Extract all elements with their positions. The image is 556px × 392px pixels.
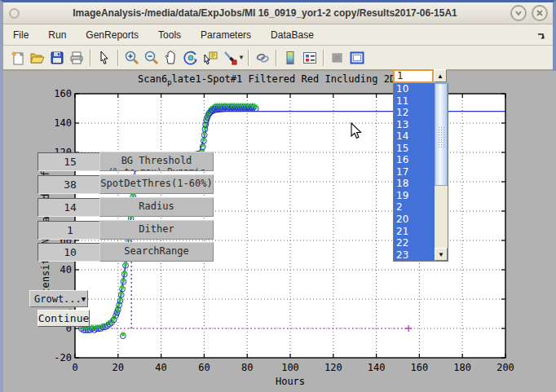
zoom-out-icon[interactable] — [142, 49, 161, 67]
window-title: ImageAnalysis-/media/data/ExpJobs/MI 16_… — [22, 7, 508, 19]
menu-run[interactable]: Run — [48, 29, 66, 41]
dropdown-item[interactable]: 2 — [394, 201, 435, 214]
scrollbar[interactable]: ▼ — [435, 83, 448, 261]
brush-caret-icon[interactable]: ▼ — [238, 54, 245, 61]
dropdown-item[interactable]: 13 — [394, 119, 435, 131]
dropdown-item[interactable]: 18 — [394, 178, 435, 190]
legend-icon[interactable] — [300, 49, 320, 67]
radius-input[interactable]: 14 — [38, 198, 103, 217]
rotate-3d-icon[interactable] — [181, 49, 201, 67]
cursor-tool-icon[interactable] — [95, 49, 114, 67]
dock-window-icon[interactable] — [347, 49, 367, 67]
svg-text:tensit: tensit — [40, 258, 51, 293]
menu-parameters[interactable]: Parameters — [201, 29, 251, 41]
spot-number-value[interactable]: 1 — [393, 69, 434, 83]
dropdown-item[interactable]: 14 — [394, 130, 435, 143]
svg-text:40: 40 — [60, 264, 72, 275]
chevron-down-icon: ▼ — [82, 295, 86, 303]
svg-text:60: 60 — [198, 362, 210, 373]
app-window: ImageAnalysis-/media/data/ExpJobs/MI 16_… — [0, 0, 556, 392]
spotdetthres-input[interactable]: 38 — [38, 175, 103, 194]
menu-file[interactable]: File — [13, 29, 29, 41]
menu-tools[interactable]: Tools — [158, 29, 181, 41]
bg-threshold-label[interactable]: BG Threshold(% to max) Dynamic — [99, 152, 214, 171]
link-plots-icon[interactable] — [253, 49, 272, 67]
window-menu-icon[interactable] — [9, 8, 20, 19]
dither-label[interactable]: Dither — [99, 220, 214, 240]
svg-text:160: 160 — [54, 88, 72, 99]
growth-model-dropdown[interactable]: Growt... ▼ — [29, 290, 88, 307]
mouse-cursor — [350, 122, 364, 142]
svg-text:80: 80 — [241, 362, 253, 373]
toolbar-separator — [323, 50, 324, 66]
dropdown-item[interactable]: 15 — [394, 143, 435, 155]
svg-text:0: 0 — [72, 362, 77, 373]
svg-text:20: 20 — [113, 362, 124, 373]
shade-button[interactable] — [510, 5, 527, 21]
new-file-icon[interactable] — [8, 49, 28, 67]
dropdown-item[interactable]: 16 — [394, 154, 435, 166]
toolbar-separator — [90, 50, 91, 66]
svg-text:Hours: Hours — [276, 376, 305, 387]
dither-label-text: Dither — [139, 223, 174, 235]
close-button[interactable] — [532, 5, 548, 21]
colorbar-icon[interactable] — [280, 49, 300, 67]
svg-text:40: 40 — [155, 362, 166, 373]
continue-button[interactable]: Continue — [38, 310, 90, 327]
toolbar-separator — [248, 50, 249, 66]
figure-canvas: 020406080100120140160180200-200204060801… — [3, 71, 556, 392]
dither-input[interactable]: 1 — [38, 221, 103, 240]
menu-genreports[interactable]: GenReports — [86, 29, 139, 41]
svg-text:-20: -20 — [54, 352, 72, 363]
dropdown-item[interactable]: 11 — [394, 95, 435, 108]
svg-text:200: 200 — [496, 362, 514, 373]
bg-threshold-label-line2: (% to max) Dynamic — [108, 166, 205, 171]
print-icon[interactable] — [67, 49, 86, 67]
menu-database[interactable]: DataBase — [271, 29, 314, 41]
dropdown-item[interactable]: 17 — [394, 166, 435, 178]
dropdown-item[interactable]: 12 — [394, 107, 435, 119]
close-icon — [536, 9, 544, 17]
spot-number-list: 10111213141516171819220212223 — [394, 83, 435, 261]
brush-icon[interactable] — [220, 49, 240, 67]
dropdown-item[interactable]: 10 — [394, 83, 435, 95]
searchrange-label[interactable]: SearchRange — [99, 242, 214, 262]
radius-label[interactable]: Radius — [99, 197, 214, 217]
dropdown-item[interactable]: 21 — [394, 226, 435, 238]
dropdown-item[interactable]: 20 — [394, 214, 435, 226]
chevron-down-icon — [514, 9, 523, 17]
dropdown-item[interactable]: 23 — [394, 249, 435, 261]
spot-number-dropdown: 1 ▲ 10111213141516171819220212223 ▼ — [393, 69, 448, 262]
bg-threshold-input[interactable]: 15 — [38, 152, 103, 171]
toolbar: ▼ — [3, 46, 553, 71]
toolbar-separator — [117, 50, 119, 66]
svg-text:100: 100 — [281, 362, 299, 373]
zoom-in-icon[interactable] — [122, 49, 142, 67]
spotdetthres-label[interactable]: SpotDetThres(1-60%) — [99, 174, 214, 194]
svg-text:140: 140 — [54, 117, 72, 129]
svg-text:120: 120 — [324, 362, 342, 373]
searchrange-input[interactable]: 10 — [38, 243, 103, 262]
dropdown-item[interactable]: 19 — [394, 190, 435, 202]
scrollbar-grip — [438, 126, 445, 148]
growth-model-dropdown-label: Growt... — [34, 293, 82, 305]
radius-label-text: Radius — [139, 200, 174, 212]
disabled-square-icon — [328, 49, 347, 67]
svg-text:140: 140 — [368, 362, 386, 373]
scroll-up-button[interactable]: ▲ — [434, 69, 447, 82]
dropdown-item[interactable]: 22 — [394, 237, 435, 249]
open-file-icon[interactable] — [28, 49, 47, 67]
menu-bar: File Run GenReports Tools Parameters Dat… — [3, 24, 553, 46]
data-cursor-icon[interactable] — [201, 49, 220, 67]
bg-threshold-label-text: BG Threshold — [121, 155, 192, 166]
menu-overflow-icon[interactable] — [536, 31, 546, 41]
spotdetthres-label-text: SpotDetThres(1-60%) — [100, 178, 212, 189]
title-bar: ImageAnalysis-/media/data/ExpJobs/MI 16_… — [3, 2, 553, 24]
pan-hand-icon[interactable] — [161, 49, 181, 67]
toolbar-separator — [276, 50, 277, 66]
save-icon[interactable] — [47, 49, 67, 67]
scroll-down-button[interactable]: ▼ — [435, 248, 448, 261]
svg-text:180: 180 — [453, 362, 471, 373]
svg-text:160: 160 — [411, 362, 429, 373]
scrollbar-thumb[interactable] — [435, 83, 448, 186]
